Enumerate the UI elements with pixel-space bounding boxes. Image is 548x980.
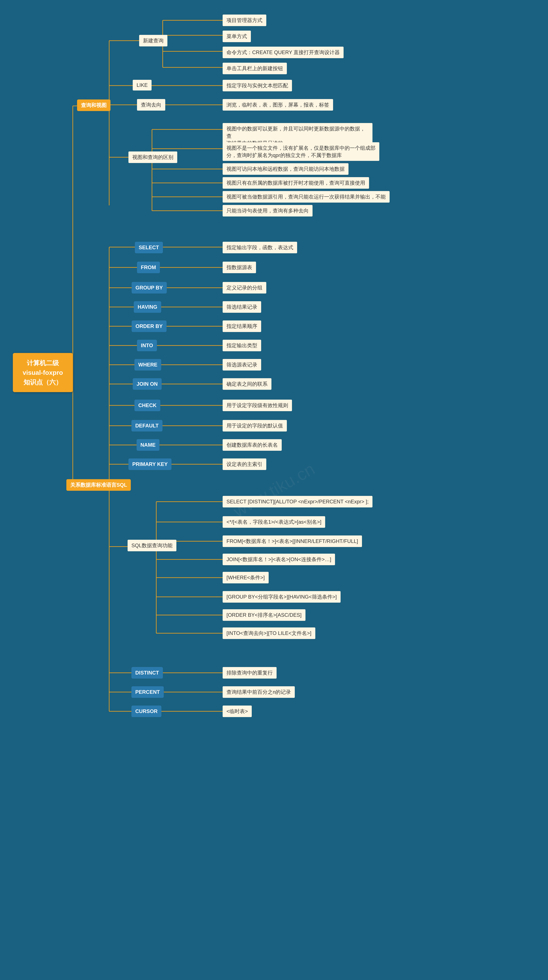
node-sql-query-func: SQL数据查询功能: [127, 540, 177, 551]
node-sql-8: [INTO<查询去向>][TO LILE<文件名>]: [223, 627, 315, 639]
node-where-desc: 筛选源表记录: [223, 359, 261, 371]
node-query-dest: 查询去向: [137, 99, 165, 111]
root-node: 计算机二级visual-foxpro知识点（六）: [13, 353, 73, 392]
node-toolbar: 单击工具栏上的新建按钮: [223, 63, 287, 74]
node-primary-key-desc: 设定表的主索引: [223, 458, 266, 470]
node-like: LIKE: [133, 80, 151, 91]
node-name: NAME: [137, 439, 159, 451]
node-like-desc: 指定字段与实例文本想匹配: [223, 80, 292, 91]
node-sql-5: [WHERE<条件>]: [223, 572, 269, 583]
node-having-desc: 筛选结果记录: [223, 301, 261, 313]
node-join-on-desc: 确定表之间的联系: [223, 378, 271, 390]
node-primary-key: PRIMARY KEY: [129, 458, 172, 470]
node-into-desc: 指定输出类型: [223, 340, 261, 351]
node-project-mgr: 项目管理器方式: [223, 14, 266, 26]
node-sql-7: [ORDER BY<排序名>[ASC/DES]: [223, 609, 306, 621]
node-percent-desc: 查询结果中前百分之n的记录: [223, 686, 295, 698]
node-query-dest-desc: 浏览，临时表，表，图形，屏幕，报表，标签: [223, 99, 333, 111]
node-order-by: ORDER BY: [132, 320, 167, 332]
node-from-desc: 指数据源表: [223, 262, 256, 273]
node-order-by-desc: 指定结果顺序: [223, 320, 261, 332]
node-group-by: GROUP BY: [132, 282, 167, 294]
node-view-diff-2: 视图不是一个独立文件，没有扩展名，仅是数据库中的一个组成部分，查询时扩展名为qp…: [223, 142, 379, 161]
node-name-desc: 创建数据库表的长表名: [223, 439, 282, 451]
node-sql-2: <*/[<表名，字段名1>/<表达式>[as<别名>]: [223, 516, 325, 528]
node-select: SELECT: [135, 242, 163, 253]
node-view-diff-6: 只能当诗句表使用，查询有多种去向: [223, 205, 312, 216]
node-sql: 关系数据库标准语言SQL: [66, 479, 131, 491]
node-check-desc: 用于设定字段级有效性规则: [223, 399, 292, 411]
node-view-diff-4: 视图只有在所属的数据库被打开时才能使用，查询可直接使用: [223, 177, 369, 189]
node-new-query: 新建查询: [139, 35, 167, 46]
node-having: HAVING: [134, 301, 161, 313]
node-default-desc: 用于设定的字段的默认值: [223, 420, 287, 431]
node-into: INTO: [137, 340, 157, 351]
node-view-diff-5: 视图可被当做数据源引用，查询只能在运行一次获得结果并输出，不能: [223, 191, 390, 203]
node-check: CHECK: [134, 399, 160, 411]
node-cursor-desc: <临时表>: [223, 706, 252, 717]
node-view-diff: 视图和查询的区别: [129, 151, 177, 163]
node-distinct-desc: 排除查询中的重复行: [223, 667, 277, 679]
node-sql-3: FROM[<数据库名！>]<表名>[[INNER/LEFT/RIGHT/FULL…: [223, 535, 362, 547]
node-query-view: 查询和视图: [77, 99, 110, 111]
node-sql-1: SELECT [DISTINCT][ALL/TOP <nExpr>/PERCEN…: [223, 496, 373, 508]
node-percent: PERCENT: [131, 686, 164, 698]
node-where: WHERE: [134, 359, 161, 371]
node-menu-way: 菜单方式: [223, 30, 251, 42]
node-from: FROM: [137, 262, 160, 273]
node-select-desc: 指定输出字段，函数，表达式: [223, 242, 297, 253]
node-join-on: JOIN ON: [133, 378, 162, 390]
node-view-diff-3: 视图可访问本地和远程数据，查询只能访问本地数据: [223, 163, 349, 175]
node-sql-4: JOIN[<数据库名！>]<表名>[ON<连接条件>…]: [223, 554, 335, 565]
node-default: DEFAULT: [131, 420, 162, 431]
node-distinct: DISTINCT: [131, 667, 163, 679]
node-cursor: CURSOR: [131, 706, 161, 717]
node-cmd-way: 命令方式：CREATE QUERY 直接打开查询设计器: [223, 47, 344, 58]
node-group-by-desc: 定义记录的分组: [223, 282, 266, 294]
node-sql-6: [GROUP BY<分组字段名>][HAVING<筛选条件>]: [223, 591, 341, 603]
